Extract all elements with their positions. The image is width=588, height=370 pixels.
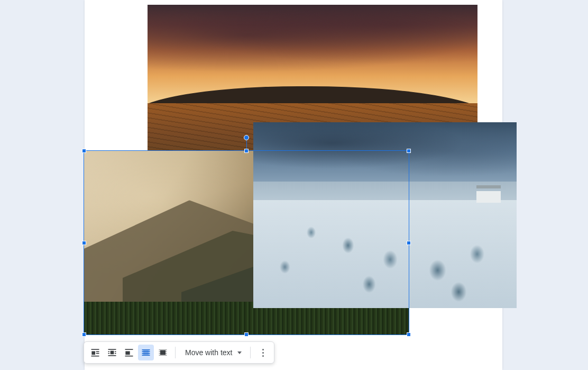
toolbar-separator <box>175 347 176 358</box>
break-text-icon <box>124 347 134 358</box>
wrap-text-icon <box>107 347 117 358</box>
resize-handle-top-middle[interactable] <box>244 149 249 153</box>
more-options-button[interactable] <box>255 345 271 360</box>
resize-handle-bottom-left[interactable] <box>82 332 86 337</box>
frosted-trees <box>253 200 517 308</box>
break-text-button[interactable] <box>121 345 137 360</box>
resize-handle-middle-left[interactable] <box>82 241 86 245</box>
house <box>476 191 501 203</box>
svg-rect-13 <box>125 351 130 355</box>
resize-handle-bottom-right[interactable] <box>407 332 411 337</box>
move-with-text-label: Move with text <box>185 348 232 357</box>
image-options-toolbar: Move with text <box>84 341 274 364</box>
resize-handle-top-right[interactable] <box>407 149 411 153</box>
toolbar-separator <box>250 347 251 358</box>
house-roof <box>476 185 501 188</box>
svg-rect-5 <box>111 351 114 355</box>
svg-rect-24 <box>160 350 166 355</box>
resize-handle-middle-right[interactable] <box>407 241 411 245</box>
winter-image[interactable] <box>253 122 517 308</box>
in-front-of-text-icon <box>158 347 168 358</box>
svg-rect-0 <box>91 351 95 355</box>
resize-handle-bottom-middle[interactable] <box>244 332 249 337</box>
in-front-of-text-button[interactable] <box>155 345 171 360</box>
wrap-text-button[interactable] <box>104 345 120 360</box>
svg-rect-15 <box>143 350 149 355</box>
resize-handle-top-left[interactable] <box>82 149 86 153</box>
behind-text-button[interactable] <box>138 345 154 360</box>
editor-canvas: Move with text <box>0 0 588 370</box>
more-vertical-icon <box>262 349 264 357</box>
behind-text-icon <box>141 347 151 358</box>
rotate-handle[interactable] <box>244 135 249 140</box>
move-with-text-dropdown[interactable]: Move with text <box>180 345 246 360</box>
chevron-down-icon <box>237 351 242 354</box>
inline-button[interactable] <box>87 345 103 360</box>
inline-icon <box>90 347 100 358</box>
